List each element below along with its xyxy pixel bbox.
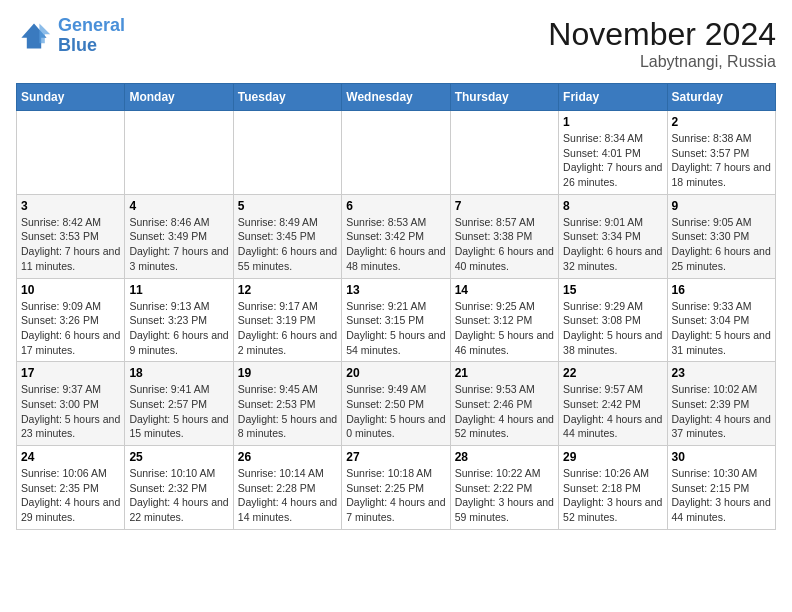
day-info: Sunrise: 8:38 AM Sunset: 3:57 PM Dayligh…	[672, 131, 771, 190]
day-number: 16	[672, 283, 771, 297]
calendar-cell: 21Sunrise: 9:53 AM Sunset: 2:46 PM Dayli…	[450, 362, 558, 446]
day-info: Sunrise: 8:46 AM Sunset: 3:49 PM Dayligh…	[129, 215, 228, 274]
day-info: Sunrise: 9:05 AM Sunset: 3:30 PM Dayligh…	[672, 215, 771, 274]
calendar-cell: 14Sunrise: 9:25 AM Sunset: 3:12 PM Dayli…	[450, 278, 558, 362]
calendar-week-row: 3Sunrise: 8:42 AM Sunset: 3:53 PM Daylig…	[17, 194, 776, 278]
day-info: Sunrise: 9:57 AM Sunset: 2:42 PM Dayligh…	[563, 382, 662, 441]
day-info: Sunrise: 10:22 AM Sunset: 2:22 PM Daylig…	[455, 466, 554, 525]
logo-icon	[16, 18, 52, 54]
calendar-cell: 19Sunrise: 9:45 AM Sunset: 2:53 PM Dayli…	[233, 362, 341, 446]
day-info: Sunrise: 8:53 AM Sunset: 3:42 PM Dayligh…	[346, 215, 445, 274]
day-number: 7	[455, 199, 554, 213]
calendar-cell: 7Sunrise: 8:57 AM Sunset: 3:38 PM Daylig…	[450, 194, 558, 278]
logo-text: General Blue	[58, 16, 125, 56]
day-number: 10	[21, 283, 120, 297]
day-info: Sunrise: 9:49 AM Sunset: 2:50 PM Dayligh…	[346, 382, 445, 441]
day-number: 1	[563, 115, 662, 129]
day-number: 13	[346, 283, 445, 297]
day-number: 25	[129, 450, 228, 464]
day-info: Sunrise: 9:41 AM Sunset: 2:57 PM Dayligh…	[129, 382, 228, 441]
calendar-cell: 8Sunrise: 9:01 AM Sunset: 3:34 PM Daylig…	[559, 194, 667, 278]
calendar-cell: 13Sunrise: 9:21 AM Sunset: 3:15 PM Dayli…	[342, 278, 450, 362]
day-number: 9	[672, 199, 771, 213]
day-info: Sunrise: 9:01 AM Sunset: 3:34 PM Dayligh…	[563, 215, 662, 274]
calendar-cell: 27Sunrise: 10:18 AM Sunset: 2:25 PM Dayl…	[342, 446, 450, 530]
calendar-cell: 1Sunrise: 8:34 AM Sunset: 4:01 PM Daylig…	[559, 111, 667, 195]
location-subtitle: Labytnangi, Russia	[548, 53, 776, 71]
weekday-row: SundayMondayTuesdayWednesdayThursdayFrid…	[17, 84, 776, 111]
logo: General Blue	[16, 16, 125, 56]
calendar-header: SundayMondayTuesdayWednesdayThursdayFrid…	[17, 84, 776, 111]
calendar-table: SundayMondayTuesdayWednesdayThursdayFrid…	[16, 83, 776, 530]
day-number: 17	[21, 366, 120, 380]
day-info: Sunrise: 8:42 AM Sunset: 3:53 PM Dayligh…	[21, 215, 120, 274]
day-info: Sunrise: 9:25 AM Sunset: 3:12 PM Dayligh…	[455, 299, 554, 358]
day-number: 18	[129, 366, 228, 380]
calendar-cell: 25Sunrise: 10:10 AM Sunset: 2:32 PM Dayl…	[125, 446, 233, 530]
calendar-cell: 12Sunrise: 9:17 AM Sunset: 3:19 PM Dayli…	[233, 278, 341, 362]
calendar-cell	[125, 111, 233, 195]
day-number: 4	[129, 199, 228, 213]
day-number: 6	[346, 199, 445, 213]
day-number: 23	[672, 366, 771, 380]
page-header: General Blue November 2024 Labytnangi, R…	[16, 16, 776, 71]
calendar-cell: 20Sunrise: 9:49 AM Sunset: 2:50 PM Dayli…	[342, 362, 450, 446]
day-number: 26	[238, 450, 337, 464]
day-info: Sunrise: 9:29 AM Sunset: 3:08 PM Dayligh…	[563, 299, 662, 358]
day-number: 8	[563, 199, 662, 213]
day-number: 22	[563, 366, 662, 380]
day-number: 24	[21, 450, 120, 464]
day-info: Sunrise: 9:53 AM Sunset: 2:46 PM Dayligh…	[455, 382, 554, 441]
calendar-cell	[450, 111, 558, 195]
calendar-cell: 10Sunrise: 9:09 AM Sunset: 3:26 PM Dayli…	[17, 278, 125, 362]
calendar-cell: 16Sunrise: 9:33 AM Sunset: 3:04 PM Dayli…	[667, 278, 775, 362]
calendar-cell: 6Sunrise: 8:53 AM Sunset: 3:42 PM Daylig…	[342, 194, 450, 278]
day-number: 28	[455, 450, 554, 464]
calendar-cell: 22Sunrise: 9:57 AM Sunset: 2:42 PM Dayli…	[559, 362, 667, 446]
day-info: Sunrise: 9:21 AM Sunset: 3:15 PM Dayligh…	[346, 299, 445, 358]
day-number: 29	[563, 450, 662, 464]
day-number: 11	[129, 283, 228, 297]
calendar-cell: 4Sunrise: 8:46 AM Sunset: 3:49 PM Daylig…	[125, 194, 233, 278]
day-info: Sunrise: 9:33 AM Sunset: 3:04 PM Dayligh…	[672, 299, 771, 358]
weekday-header: Tuesday	[233, 84, 341, 111]
day-number: 5	[238, 199, 337, 213]
day-info: Sunrise: 8:57 AM Sunset: 3:38 PM Dayligh…	[455, 215, 554, 274]
calendar-cell: 30Sunrise: 10:30 AM Sunset: 2:15 PM Dayl…	[667, 446, 775, 530]
day-info: Sunrise: 9:45 AM Sunset: 2:53 PM Dayligh…	[238, 382, 337, 441]
day-number: 2	[672, 115, 771, 129]
weekday-header: Thursday	[450, 84, 558, 111]
title-block: November 2024 Labytnangi, Russia	[548, 16, 776, 71]
month-title: November 2024	[548, 16, 776, 53]
day-info: Sunrise: 8:49 AM Sunset: 3:45 PM Dayligh…	[238, 215, 337, 274]
calendar-week-row: 10Sunrise: 9:09 AM Sunset: 3:26 PM Dayli…	[17, 278, 776, 362]
calendar-cell: 9Sunrise: 9:05 AM Sunset: 3:30 PM Daylig…	[667, 194, 775, 278]
day-info: Sunrise: 10:10 AM Sunset: 2:32 PM Daylig…	[129, 466, 228, 525]
day-info: Sunrise: 10:06 AM Sunset: 2:35 PM Daylig…	[21, 466, 120, 525]
day-number: 3	[21, 199, 120, 213]
day-number: 19	[238, 366, 337, 380]
day-info: Sunrise: 10:30 AM Sunset: 2:15 PM Daylig…	[672, 466, 771, 525]
calendar-cell: 23Sunrise: 10:02 AM Sunset: 2:39 PM Dayl…	[667, 362, 775, 446]
day-number: 15	[563, 283, 662, 297]
calendar-week-row: 24Sunrise: 10:06 AM Sunset: 2:35 PM Dayl…	[17, 446, 776, 530]
calendar-cell	[233, 111, 341, 195]
weekday-header: Friday	[559, 84, 667, 111]
calendar-cell: 28Sunrise: 10:22 AM Sunset: 2:22 PM Dayl…	[450, 446, 558, 530]
calendar-cell: 3Sunrise: 8:42 AM Sunset: 3:53 PM Daylig…	[17, 194, 125, 278]
calendar-cell: 26Sunrise: 10:14 AM Sunset: 2:28 PM Dayl…	[233, 446, 341, 530]
day-info: Sunrise: 9:37 AM Sunset: 3:00 PM Dayligh…	[21, 382, 120, 441]
calendar-week-row: 17Sunrise: 9:37 AM Sunset: 3:00 PM Dayli…	[17, 362, 776, 446]
day-info: Sunrise: 10:26 AM Sunset: 2:18 PM Daylig…	[563, 466, 662, 525]
calendar-body: 1Sunrise: 8:34 AM Sunset: 4:01 PM Daylig…	[17, 111, 776, 530]
calendar-cell: 24Sunrise: 10:06 AM Sunset: 2:35 PM Dayl…	[17, 446, 125, 530]
calendar-week-row: 1Sunrise: 8:34 AM Sunset: 4:01 PM Daylig…	[17, 111, 776, 195]
day-number: 20	[346, 366, 445, 380]
day-info: Sunrise: 10:14 AM Sunset: 2:28 PM Daylig…	[238, 466, 337, 525]
calendar-cell: 18Sunrise: 9:41 AM Sunset: 2:57 PM Dayli…	[125, 362, 233, 446]
day-info: Sunrise: 10:18 AM Sunset: 2:25 PM Daylig…	[346, 466, 445, 525]
weekday-header: Sunday	[17, 84, 125, 111]
day-number: 12	[238, 283, 337, 297]
day-number: 27	[346, 450, 445, 464]
day-info: Sunrise: 9:13 AM Sunset: 3:23 PM Dayligh…	[129, 299, 228, 358]
